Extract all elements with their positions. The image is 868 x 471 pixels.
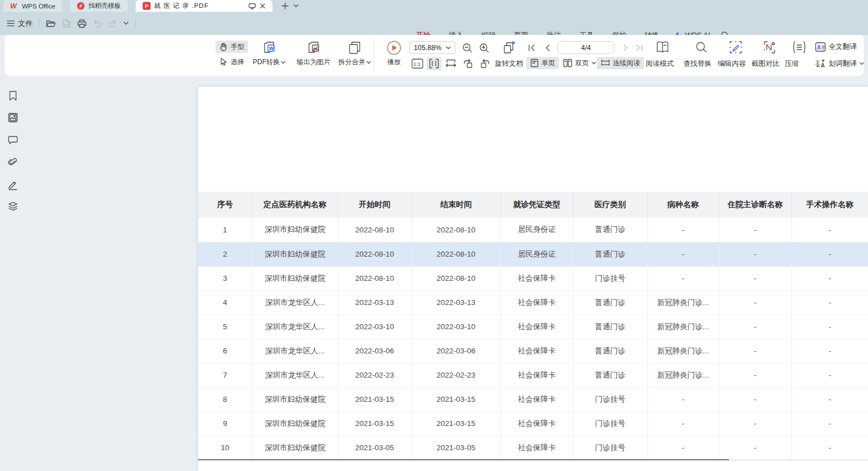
comment-icon (8, 136, 18, 145)
table-cell: 社会保障卡 (500, 436, 573, 460)
save-icon[interactable] (62, 19, 71, 28)
redo-icon[interactable] (108, 20, 117, 28)
next-page-button[interactable] (619, 42, 632, 54)
file-menu-button[interactable]: 文件 (7, 19, 33, 29)
table-cell: 社会保障卡 (500, 315, 573, 339)
new-tab-icon[interactable] (281, 2, 289, 10)
page-indicator-box[interactable]: 4/4 (557, 41, 615, 54)
screenshot-compare-label[interactable]: 截图对比 (751, 59, 780, 69)
hand-tool-button[interactable]: 手型 (216, 41, 248, 53)
compress-button[interactable] (791, 39, 807, 55)
docer-icon (77, 2, 85, 10)
thumbnails-panel-button[interactable] (7, 112, 19, 123)
bookmark-panel-button[interactable] (7, 90, 19, 101)
annotate-panel-button[interactable] (7, 179, 19, 190)
table-cell: - (791, 339, 868, 363)
table-cell: - (791, 266, 868, 290)
split-merge-icon (348, 41, 361, 55)
table-cell: 深圳市龙华区人... (252, 315, 338, 339)
table-cell: 普通门诊 (573, 218, 647, 242)
table-cell: - (791, 290, 868, 315)
read-mode-button[interactable] (653, 38, 672, 56)
document-area: 序号定点医药机构名称开始时间结束时间就诊凭证类型医疗类别病种名称住院主诊断名称手… (0, 76, 868, 471)
table-cell: - (791, 411, 868, 436)
table-cell: 10 (198, 436, 252, 460)
divider (374, 39, 374, 71)
fit-width-button[interactable] (444, 57, 458, 70)
table-cell: - (791, 242, 868, 266)
tab-docer-templates[interactable]: 找稻壳模板 (70, 0, 128, 12)
table-cell: 普通门诊 (573, 339, 647, 363)
single-page-button[interactable]: 单页 (526, 57, 559, 69)
last-page-button[interactable] (633, 42, 645, 54)
chevron-down-icon (366, 61, 371, 64)
continuous-read-button[interactable]: 连续阅读 (597, 57, 644, 69)
table-cell: - (719, 411, 791, 436)
table-cell: 社会保障卡 (500, 290, 573, 315)
monitor-icon[interactable] (248, 3, 256, 10)
play-button[interactable]: 播放 (378, 39, 410, 67)
table-cell: 社会保障卡 (500, 266, 573, 290)
word-translate-button[interactable]: 文A 划词翻译 (815, 59, 864, 69)
full-translate-label: 全文翻译 (829, 42, 857, 52)
table-cell: 门诊挂号 (573, 411, 647, 436)
table-cell: 深圳市妇幼保健院 (252, 436, 338, 460)
edit-content-label[interactable]: 编辑内容 (718, 59, 746, 69)
pdf-convert-button[interactable]: W PDF转换 (247, 39, 292, 67)
svg-text:W: W (269, 46, 274, 51)
table-row: 6深圳市龙华区人...2022-03-062022-03-06社会保障卡普通门诊… (198, 339, 868, 363)
tab-document-pdf[interactable]: P 就 医 记 录 .PDF (136, 0, 272, 12)
table-cell: 普通门诊 (573, 290, 647, 315)
layers-panel-button[interactable] (7, 201, 19, 212)
table-body: 1深圳市妇幼保健院2022-08-102022-08-10居民身份证普通门诊--… (198, 218, 868, 460)
attachment-panel-button[interactable] (7, 157, 19, 168)
find-replace-label[interactable]: 查找替换 (683, 59, 712, 69)
next-page-icon (623, 44, 628, 51)
continuous-read-icon (601, 59, 610, 67)
table-cell: 9 (198, 411, 252, 436)
edit-content-button[interactable] (728, 39, 744, 55)
undo-icon[interactable] (93, 20, 102, 28)
table-cell: 4 (198, 290, 252, 315)
find-replace-button[interactable] (693, 39, 709, 55)
export-image-button[interactable]: 输出为图片 (290, 39, 337, 67)
full-translate-button[interactable]: A字 全文翻译 (815, 42, 857, 52)
table-cell: - (647, 436, 719, 460)
table-cell: 门诊挂号 (573, 436, 647, 460)
fit-page-button[interactable] (427, 57, 441, 70)
quick-access-chevron-icon[interactable] (123, 21, 129, 25)
actual-size-button[interactable]: 1:1 (410, 57, 424, 70)
replace-pages-button[interactable] (500, 39, 518, 57)
export-image-icon (306, 41, 321, 55)
select-tool-button[interactable]: 选择 (216, 56, 248, 68)
print-icon[interactable] (77, 19, 87, 28)
tab-list-chevron-icon[interactable] (293, 4, 299, 8)
rotate-right-button[interactable] (477, 57, 492, 70)
prev-page-button[interactable] (541, 42, 553, 54)
split-merge-button[interactable]: 拆分合并 (332, 39, 377, 67)
tab-wps-office[interactable]: W WPS Office (3, 0, 62, 12)
first-page-button[interactable] (525, 42, 538, 54)
table-cell: - (791, 387, 868, 411)
screenshot-compare-button[interactable] (762, 39, 777, 55)
compress-label[interactable]: 压缩 (785, 59, 799, 69)
zoom-level-combobox[interactable]: 105.88% (409, 41, 455, 54)
table-cell: - (719, 363, 791, 387)
svg-text:文: 文 (815, 60, 820, 65)
table-cell: 深圳市妇幼保健院 (252, 387, 338, 411)
comment-panel-button[interactable] (7, 134, 19, 146)
split-merge-label: 拆分合并 (338, 57, 365, 67)
rotate-left-button[interactable] (460, 57, 475, 70)
open-file-icon[interactable] (46, 19, 56, 28)
table-cell: 新冠肺炎门诊... (647, 290, 719, 315)
zoom-in-button[interactable] (477, 41, 491, 55)
rotate-doc-label[interactable]: 旋转文档 (495, 59, 523, 69)
fit-width-icon (445, 59, 457, 68)
double-page-button[interactable]: 双页 (559, 57, 600, 69)
screenshot-compare-icon (763, 41, 776, 54)
zoom-out-button[interactable] (460, 41, 474, 55)
close-icon[interactable] (259, 3, 266, 9)
read-mode-label[interactable]: 阅读模式 (646, 59, 674, 69)
ribbon-toolbar: 手型 选择 W PDF转换 输出为图片 拆分合并 播放 105.88% (5, 35, 864, 76)
pdf-page[interactable]: 序号定点医药机构名称开始时间结束时间就诊凭证类型医疗类别病种名称住院主诊断名称手… (198, 87, 868, 471)
